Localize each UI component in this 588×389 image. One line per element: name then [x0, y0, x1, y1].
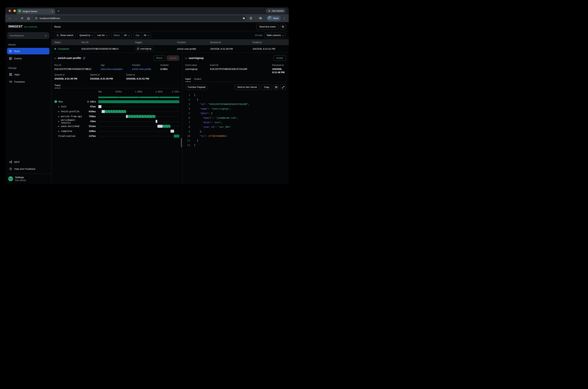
expand-caret-icon[interactable]: ▶ — [58, 130, 59, 132]
trace-time-axis: 0ms547ms1.095s1.643s2.191s — [98, 90, 179, 93]
send-to-dev-server-button[interactable]: Send to Dev Server — [235, 84, 260, 90]
home-button[interactable] — [26, 15, 31, 21]
trace-minimap[interactable] — [98, 96, 179, 99]
column-header[interactable]: Queued at — [210, 41, 253, 44]
column-header[interactable]: Status — [54, 41, 82, 44]
url-bar[interactable]: localhost:8288/runs — [33, 15, 246, 21]
expand-caret-icon[interactable]: ▶ — [58, 121, 59, 122]
expand-caret-icon[interactable]: ▶ — [58, 106, 59, 107]
run-segment[interactable] — [98, 100, 179, 103]
profile-button[interactable]: Work — [267, 15, 281, 21]
queued-segment[interactable] — [157, 125, 163, 128]
event-id-value[interactable]: 01KJXSYPSFHBXX03GRJFV3A16M — [210, 68, 247, 70]
sidebar-item-apps[interactable]: Apps — [7, 71, 50, 78]
function-cell[interactable]: enrich-user-profile — [177, 47, 210, 50]
sidebar-item-settings[interactable]: </> Settings Dev Server — [5, 174, 51, 184]
bookmark-star-icon[interactable] — [242, 17, 245, 20]
settings-gear-button[interactable] — [280, 24, 286, 30]
forward-button[interactable]: → — [13, 15, 19, 21]
function-link[interactable]: enrich-user-profile — [132, 68, 151, 70]
word-wrap-button[interactable] — [273, 84, 279, 90]
close-window-button[interactable] — [8, 10, 11, 12]
run-segment[interactable] — [105, 110, 126, 113]
column-header[interactable]: Run ID — [82, 41, 135, 44]
back-button[interactable]: ← — [7, 15, 13, 21]
page-header: Runs Send test event — [52, 22, 289, 31]
column-header[interactable]: Ended at — [253, 41, 286, 44]
extensions-icon[interactable] — [248, 15, 254, 21]
sidebar-item-events[interactable]: Events — [7, 55, 50, 62]
browser-menu-icon[interactable]: ⋮ — [281, 15, 287, 21]
column-header[interactable]: Function — [177, 41, 210, 44]
column-header[interactable]: Trigger — [135, 41, 177, 44]
trace-row[interactable]: ▶fetch-profile658ms — [54, 109, 179, 114]
show-search-button[interactable]: Show search — [54, 32, 75, 38]
sidebar-item-runs[interactable]: Runs — [7, 48, 50, 54]
table-row[interactable]: Completed 01KJXSYPZYB6TH2DSDSYETWN1X use… — [52, 45, 289, 53]
new-tab-button[interactable]: + — [58, 9, 60, 13]
expand-caret-icon[interactable]: ▶ — [58, 116, 59, 117]
trigger-pill[interactable]: user/signup — [135, 47, 153, 51]
tab-input[interactable]: Input — [185, 77, 191, 82]
queued-segment[interactable] — [102, 110, 105, 113]
tab-output[interactable]: Output — [194, 77, 202, 82]
expand-button[interactable] — [280, 84, 286, 90]
invoke-button[interactable]: Invoke — [274, 55, 286, 61]
url-text[interactable]: localhost:8288/runs — [40, 17, 241, 20]
run-segment[interactable] — [128, 115, 155, 118]
run-segment[interactable] — [174, 135, 179, 137]
sidebar-item-functions[interactable]: Functions — [7, 78, 50, 85]
ask-gemini-button[interactable]: Ask Gemini — [265, 8, 286, 13]
time-filter[interactable]: Queued at Last 3d — [77, 32, 109, 38]
queued-segment[interactable] — [156, 120, 157, 123]
queued-at-dropdown[interactable]: Queued at — [77, 33, 95, 38]
maximize-window-button[interactable] — [18, 10, 21, 12]
tab-trace[interactable]: Trace — [54, 84, 60, 88]
send-test-event-button[interactable]: Send test event — [257, 24, 278, 30]
sidebar-item-help[interactable]: Help and Feedback — [7, 165, 50, 172]
trace-row[interactable]: ▶complete100ms — [54, 129, 179, 133]
collapse-chevron-icon[interactable] — [185, 57, 187, 59]
scrollbar-thumb[interactable] — [181, 138, 182, 147]
queued-segment[interactable] — [126, 115, 128, 118]
external-link-icon[interactable] — [83, 57, 85, 59]
event-name-field: Event nameuser/signup — [185, 64, 210, 74]
tab-search-icon[interactable] — [258, 15, 263, 21]
trace-row[interactable]: ▶save-enriched351ms — [54, 124, 179, 129]
queued-segment[interactable] — [171, 130, 174, 133]
trace-row[interactable]: ▶enrichment-results43ms — [54, 119, 179, 124]
cancel-button[interactable]: Cancel — [167, 55, 179, 61]
app-filter[interactable]: App All — [133, 32, 151, 38]
run-id-value[interactable]: 01KJXSYPZYB6TH2DSDSYETWN1X — [54, 68, 91, 70]
rerun-button[interactable]: Rerun — [154, 55, 165, 61]
expand-caret-icon[interactable]: ▶ — [58, 125, 59, 127]
sidebar-item-mcp[interactable]: MCP — [7, 159, 50, 165]
trace-waterfall: ✓Run2.191s▶init87ms▶fetch-profile658ms▶e… — [54, 99, 179, 138]
run-segment[interactable] — [174, 130, 174, 133]
queued-segment[interactable] — [98, 105, 101, 108]
status-filter[interactable]: Status All — [111, 32, 131, 38]
table-columns-button[interactable]: Table columns — [264, 32, 286, 38]
minimize-window-button[interactable] — [13, 10, 16, 12]
collapse-chevron-icon[interactable] — [54, 57, 56, 59]
app-link[interactable]: trace-docs-examples — [101, 68, 123, 70]
status-filter-value[interactable]: All — [122, 33, 131, 38]
trace-row[interactable]: ✓Run2.191s — [54, 99, 179, 104]
copy-button[interactable]: Copy — [261, 84, 272, 90]
window-controls[interactable] — [8, 10, 21, 12]
site-info-icon[interactable] — [34, 16, 38, 20]
run-segment[interactable] — [163, 125, 170, 128]
run-id-cell[interactable]: 01KJXSYPZYB6TH2DSDSYETWN1X — [82, 47, 135, 50]
browser-tab[interactable]: Inngest Server ✕ — [17, 8, 55, 14]
trace-row[interactable]: ▶enrich-from-api798ms — [54, 114, 179, 119]
expand-caret-icon[interactable]: ▶ — [58, 111, 59, 112]
tab-close-icon[interactable]: ✕ — [52, 10, 53, 13]
trace-row[interactable]: ▶init87ms — [54, 104, 179, 109]
reload-button[interactable]: ⟳ — [19, 15, 25, 21]
environment-select[interactable]: Development — [7, 32, 49, 39]
trace-row[interactable]: Finalization147ms — [54, 133, 179, 138]
function-payload-pill[interactable]: Function Payload — [185, 84, 208, 90]
payload-code-editor[interactable]: 1[2 {3 "id": "01KJXSYPSFHBXX03GRJFV3A16M… — [185, 93, 286, 147]
time-range-dropdown[interactable]: Last 3d — [95, 33, 109, 38]
app-filter-value[interactable]: All — [142, 33, 151, 38]
